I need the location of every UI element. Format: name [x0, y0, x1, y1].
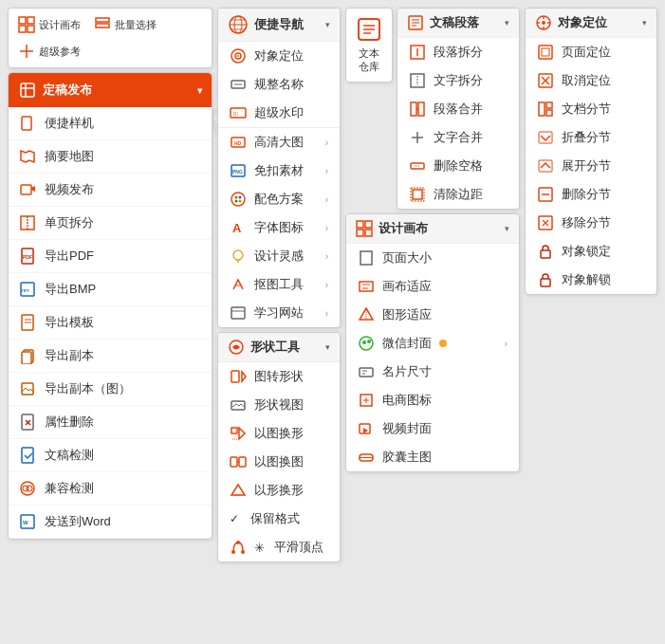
- canvas-item-page-size[interactable]: 页面大小: [346, 244, 519, 272]
- sidebar-item-map[interactable]: 摘要地图: [9, 140, 212, 174]
- shape-item-label: 图转形状: [254, 368, 304, 385]
- shape-item-img-swap-shape[interactable]: 以图换形: [218, 419, 340, 448]
- shortcuts-item-target[interactable]: 对象定位: [218, 42, 340, 70]
- arrow-icon: ›: [505, 339, 508, 349]
- canvas-item-wechat-cover[interactable]: 微信封面 ›: [346, 329, 519, 358]
- text-warehouse-label: 文本仓库: [359, 46, 379, 74]
- shape-item-smooth-vertex[interactable]: ✳ 平滑顶点: [218, 533, 340, 561]
- sidebar-item-label: 导出模板: [45, 314, 94, 331]
- shortcuts-item-palette[interactable]: 配色方案 ›: [218, 185, 340, 213]
- svg-marker-60: [242, 372, 246, 381]
- shape-item-img-to-shape[interactable]: 图转形状: [218, 362, 340, 391]
- sidebar-item-sample[interactable]: 便捷样机: [9, 107, 212, 140]
- shape-item-keep-format[interactable]: ✓ 保留格式: [218, 505, 340, 533]
- sidebar-item-bmp[interactable]: TIFF 导出BMP: [9, 273, 212, 306]
- sidebar-item-doc-check[interactable]: 文稿检测: [9, 439, 212, 472]
- obj-pos-header[interactable]: 对象定位 ▾: [526, 9, 656, 38]
- svg-rect-21: [22, 352, 31, 364]
- canvas-item-shape-fit[interactable]: 图形适应: [346, 301, 519, 329]
- super-ref-btn[interactable]: 超级参考: [12, 39, 86, 64]
- para-item-text-merge[interactable]: 文字合并: [397, 123, 519, 152]
- svg-point-98: [367, 340, 371, 343]
- canvas-item-capsule[interactable]: 胶囊主图: [346, 443, 519, 471]
- shortcuts-item-label: 超级水印: [254, 104, 304, 121]
- para-item-del-space[interactable]: 删除空格: [397, 152, 519, 180]
- publish-header[interactable]: 定稿发布 ▾: [9, 73, 212, 107]
- para-item-clear-margin[interactable]: 清除边距: [397, 180, 519, 209]
- svg-point-51: [235, 200, 238, 203]
- svg-rect-93: [360, 282, 373, 291]
- obj-pos-item-lock[interactable]: 对象锁定: [526, 237, 656, 266]
- canvas-item-label: 画布适应: [382, 278, 432, 295]
- sidebar-item-split[interactable]: 单页拆分: [9, 207, 212, 240]
- shortcuts-item-watermark[interactable]: 印 超级水印: [218, 99, 340, 127]
- svg-rect-5: [96, 24, 109, 28]
- sidebar-item-video[interactable]: 视频发布: [9, 174, 212, 207]
- sidebar-item-copy-img[interactable]: 导出副本（图）: [9, 373, 212, 406]
- svg-point-49: [235, 196, 238, 199]
- svg-marker-66: [231, 485, 245, 495]
- shape-item-label: 以图换形: [254, 425, 304, 442]
- sidebar-item-pdf[interactable]: PDF 导出PDF: [9, 240, 212, 273]
- svg-text:PNG: PNG: [232, 169, 243, 175]
- publish-header-label: 定稿发布: [43, 82, 92, 99]
- design-canvas-header[interactable]: 设计画布 ▾: [346, 214, 519, 244]
- shape-item-img-swap-img[interactable]: 以图换图: [218, 448, 340, 476]
- shortcuts-item-font-icon[interactable]: A 字体图标 ›: [218, 213, 340, 242]
- shortcuts-item-cutout[interactable]: 抠图工具 ›: [218, 270, 340, 299]
- svg-rect-65: [239, 457, 246, 467]
- sidebar-item-copy[interactable]: 导出副本: [9, 340, 212, 373]
- text-warehouse-panel[interactable]: 文本仓库: [345, 8, 393, 83]
- shape-item-shape-swap-shape[interactable]: 以形换形: [218, 476, 340, 505]
- para-item-merge[interactable]: 段落合并: [397, 95, 519, 123]
- shortcuts-item-rename[interactable]: 规整名称: [218, 70, 340, 99]
- shortcuts-item-website[interactable]: 学习网站 ›: [218, 299, 340, 327]
- para-item-split[interactable]: 段落拆分: [397, 38, 519, 66]
- shortcuts-item-inspiration[interactable]: 设计灵感 ›: [218, 242, 340, 270]
- obj-pos-item-label: 取消定位: [562, 72, 611, 89]
- sidebar-item-word[interactable]: W 发送到Word: [9, 506, 212, 539]
- svg-point-39: [237, 55, 239, 57]
- svg-rect-8: [21, 83, 34, 97]
- obj-pos-item-cancel[interactable]: 取消定位: [526, 66, 656, 95]
- obj-pos-item-doc-section[interactable]: 文档分节: [526, 95, 656, 123]
- svg-rect-119: [546, 110, 552, 116]
- design-canvas-btn[interactable]: 设计画布: [12, 12, 86, 37]
- shape-tools-header[interactable]: 形状工具 ▾: [218, 333, 340, 362]
- svg-point-96: [360, 337, 373, 350]
- shortcuts-item-png[interactable]: PNG 免扣素材 ›: [218, 156, 340, 185]
- design-canvas-label: 设计画布: [39, 18, 81, 32]
- obj-pos-item-page[interactable]: 页面定位: [526, 38, 656, 66]
- canvas-item-video-cover[interactable]: 视频封面: [346, 414, 519, 443]
- obj-pos-item-del-section[interactable]: 删除分节: [526, 180, 656, 209]
- design-canvas-header-label: 设计画布: [379, 220, 428, 237]
- obj-pos-item-label: 页面定位: [562, 44, 611, 61]
- paragraph-header[interactable]: 文稿段落 ▾: [397, 9, 519, 38]
- shape-item-label: 形状视图: [254, 396, 304, 414]
- shape-item-shape-view[interactable]: 形状视图: [218, 391, 340, 419]
- sidebar-item-attr-del[interactable]: 属性删除: [9, 406, 212, 439]
- svg-point-52: [239, 200, 242, 203]
- canvas-item-ecommerce[interactable]: 电商图标: [346, 386, 519, 414]
- obj-pos-item-unlock[interactable]: 对象解锁: [526, 266, 656, 294]
- svg-rect-113: [542, 48, 549, 56]
- sidebar-item-label: 摘要地图: [45, 148, 94, 165]
- canvas-item-business-card[interactable]: 名片尺寸: [346, 358, 519, 386]
- obj-pos-item-expand[interactable]: 展开分节: [526, 152, 656, 180]
- sidebar-item-template[interactable]: 导出模板: [9, 306, 212, 340]
- canvas-item-label: 图形适应: [382, 306, 432, 323]
- canvas-item-canvas-fit[interactable]: 画布适应: [346, 272, 519, 301]
- sidebar-item-label: 属性删除: [45, 414, 94, 431]
- para-item-label: 文字拆分: [434, 72, 483, 89]
- shortcuts-item-hd[interactable]: HD 高清大图 ›: [218, 128, 340, 156]
- shape-item-label: 保留格式: [250, 510, 300, 527]
- svg-text:PDF: PDF: [23, 254, 32, 260]
- sidebar-item-compat[interactable]: 兼容检测: [9, 472, 212, 506]
- obj-pos-item-collapse[interactable]: 折叠分节: [526, 123, 656, 152]
- para-item-text-split[interactable]: 文字拆分: [397, 66, 519, 95]
- sidebar-item-label: 导出PDF: [45, 248, 94, 265]
- shortcuts-header[interactable]: 便捷导航 ▾: [218, 9, 340, 42]
- batch-select-btn[interactable]: 批量选择: [88, 12, 162, 37]
- svg-rect-59: [231, 371, 239, 382]
- obj-pos-item-remove-section[interactable]: 移除分节: [526, 209, 656, 237]
